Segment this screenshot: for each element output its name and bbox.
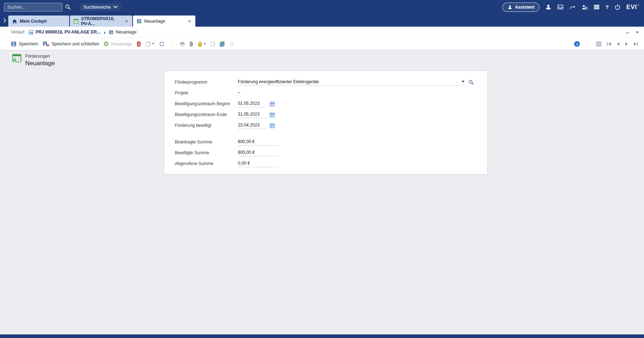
record-form-icon [137, 19, 142, 24]
chevron-down-icon[interactable] [462, 81, 465, 83]
close-icon[interactable]: × [124, 19, 129, 24]
save-close-label: Speichern und schließen [52, 41, 99, 46]
tab-stromspar[interactable]: STROMSPAR10, PV-A... × [70, 15, 132, 27]
user-clock-icon[interactable] [581, 4, 588, 10]
page-title-block: Förderungen Neuanlage [25, 54, 55, 67]
form-row-abgerufene-summe: Abgerufene Summe 0,00 € [175, 158, 487, 169]
field-label: Beantragte Summe [175, 139, 238, 144]
assistant-button[interactable]: Assistent [502, 3, 539, 12]
help-icon[interactable]: ? [605, 4, 609, 10]
list-rows-icon[interactable] [594, 4, 600, 10]
chevron-down-icon [203, 43, 206, 45]
print-icon[interactable] [179, 41, 185, 46]
content-area: $ Förderungen Neuanlage Förderprogramm F… [0, 50, 644, 334]
form-row-projekt: Projekt – [175, 88, 487, 98]
nav-first-icon[interactable] [607, 42, 612, 46]
search-icon[interactable] [65, 4, 71, 10]
calendar-icon[interactable] [270, 101, 275, 107]
tab-label: Neuanlage [144, 19, 165, 24]
form-row-bewilligte-summe: Bewilligte Summe 600,00 € [175, 147, 487, 158]
toolbar-right: i ⋮ [574, 41, 638, 47]
nav-next-icon[interactable] [625, 42, 628, 46]
tab-label: Mein Cockpit [20, 19, 47, 24]
search-scope-dropdown[interactable]: Suchbereiche [80, 3, 121, 11]
document-icon[interactable] [210, 41, 215, 46]
toolbar: Speichern Speichern und schließen Neuanl… [0, 38, 644, 50]
footer-bar [0, 334, 644, 338]
new-record-label: Neuanlage [111, 41, 132, 46]
save-close-icon [43, 41, 49, 47]
bewilligte-summe-field[interactable]: 600,00 € [238, 149, 279, 156]
form-row-bewilligungszeitraum-ende: Bewilligungszeitraum Ende 31.05.2023 [175, 109, 487, 120]
power-icon[interactable] [614, 4, 621, 10]
form-row-beantragte-summe: Beantragte Summe 600,00 € [175, 137, 487, 147]
breadcrumb-actions: ← ▾ [625, 29, 638, 35]
attachment-paperclip-icon[interactable] [190, 41, 193, 47]
favorite-star-icon[interactable]: ☆ [229, 41, 234, 47]
lock-icon[interactable] [197, 41, 206, 47]
chart-icon [28, 30, 34, 35]
field-label: Bewilligungszeitraum Ende [175, 112, 238, 117]
abgerufene-summe-field[interactable]: 0,00 € [238, 160, 279, 167]
tab-mein-cockpit[interactable]: Mein Cockpit [8, 15, 69, 27]
field-label: Förderung bewilligt [175, 123, 238, 128]
spreadsheet-icon [74, 19, 79, 24]
foerderprogramm-field[interactable]: Förderung energieeffizienter Elektrogerä… [238, 79, 466, 86]
info-icon[interactable]: i [574, 41, 580, 47]
field-label: Bewilligungszeitraum Beginn [175, 101, 238, 106]
global-search-input[interactable] [4, 3, 62, 12]
form-row-bewilligungszeitraum-beginn: Bewilligungszeitraum Beginn 01.05.2023 [175, 98, 487, 109]
projekt-field[interactable]: – [238, 89, 240, 97]
brand-logo: EVI [626, 4, 639, 11]
calendar-icon[interactable] [270, 112, 275, 117]
toolbar-separator: ⋮ [169, 41, 175, 46]
duplicate-record-icon[interactable] [219, 41, 225, 47]
breadcrumb: Verlauf: PRJ 0000018, PV-ANLAGE ER... › … [11, 29, 137, 35]
save-label: Speichern [19, 41, 38, 46]
tabbar: Mein Cockpit STROMSPAR10, PV-A... × Neua… [0, 14, 644, 27]
breadcrumb-item-label: PRJ 0000018, PV-ANLAGE ER... [36, 30, 101, 35]
svg-text:$: $ [14, 59, 15, 62]
close-icon[interactable]: × [187, 19, 192, 24]
menu-hamburger-icon[interactable] [596, 42, 601, 46]
bewilligt-date-field[interactable]: 15.04.2023 [238, 122, 267, 129]
topbar: Suchbereiche Assistent [0, 0, 644, 14]
field-value: 15.04.2023 [238, 123, 259, 128]
delete-trash-icon[interactable] [136, 41, 141, 47]
nav-prev-icon[interactable] [617, 42, 620, 46]
chevron-down-icon [114, 6, 117, 8]
chevron-right-icon[interactable] [3, 18, 6, 23]
field-value: 0,00 € [238, 161, 250, 166]
user-icon[interactable] [545, 4, 551, 10]
field-label: Abgerufene Summe [175, 161, 238, 166]
history-back-icon[interactable]: ← [625, 29, 631, 35]
ende-date-field[interactable]: 31.05.2023 [238, 111, 267, 118]
field-value: – [238, 90, 240, 95]
save-and-close-button[interactable]: Speichern und schließen [43, 41, 99, 47]
save-button[interactable]: Speichern [11, 41, 38, 47]
lookup-search-icon[interactable] [468, 80, 474, 85]
field-label: Bewilligte Summe [175, 150, 238, 155]
app-window: Suchbereiche Assistent [0, 0, 644, 338]
brand-text: EVI [626, 4, 637, 11]
chevron-down-icon[interactable]: ▾ [636, 30, 638, 35]
new-record-button[interactable]: Neuanlage [103, 41, 132, 46]
inbox-icon[interactable] [557, 4, 564, 10]
breadcrumb-item-label: Neuanlage [116, 30, 137, 35]
search-scope-label: Suchbereiche [83, 5, 111, 10]
assistant-label: Assistent [515, 5, 534, 10]
page-title: Neuanlage [25, 60, 55, 67]
refresh-icon[interactable] [159, 41, 165, 47]
redo-arrow-icon[interactable] [569, 4, 576, 10]
copy-icon[interactable] [146, 41, 155, 47]
brand-dot-icon [638, 4, 639, 6]
tab-neuanlage[interactable]: Neuanlage × [133, 15, 195, 27]
home-icon [12, 19, 17, 24]
breadcrumb-item-project[interactable]: PRJ 0000018, PV-ANLAGE ER... [28, 30, 101, 35]
calendar-icon[interactable] [270, 123, 275, 128]
field-value: Förderung energieeffizienter Elektrogerä… [238, 79, 319, 84]
beginn-date-field[interactable]: 01.05.2023 [238, 100, 267, 107]
nav-last-icon[interactable] [633, 42, 638, 46]
beantragte-summe-field[interactable]: 600,00 € [238, 138, 279, 146]
record-form-icon [109, 30, 114, 35]
